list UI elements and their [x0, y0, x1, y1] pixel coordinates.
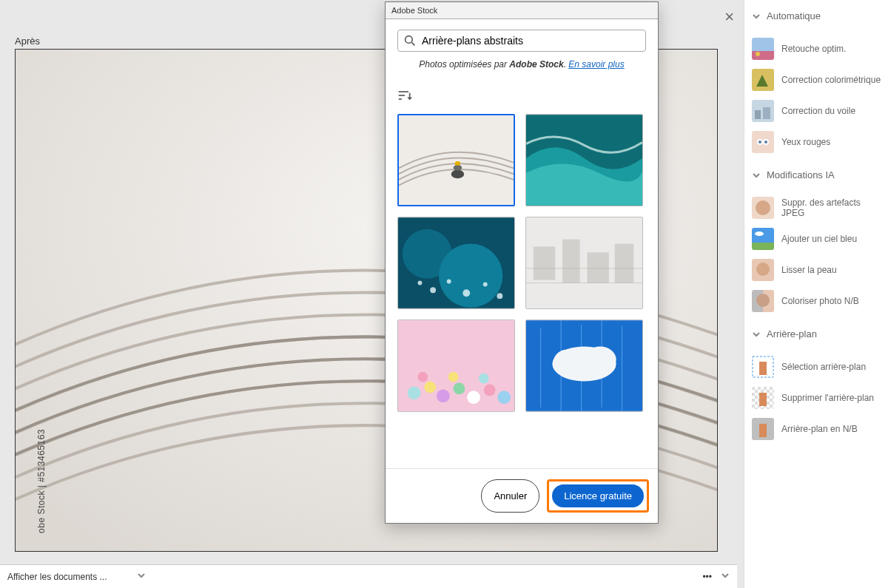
modal-actions: Annuler Licence gratuite	[386, 468, 658, 523]
rp-item-retouche[interactable]: Retouche optim.	[750, 33, 885, 64]
rp-item-remove-bg[interactable]: Supprimer l'arrière-plan	[750, 382, 885, 413]
svg-point-36	[448, 372, 459, 382]
svg-rect-24	[615, 243, 634, 283]
svg-rect-78	[759, 424, 767, 437]
chevron-down-icon	[752, 12, 761, 21]
svg-point-35	[417, 372, 428, 382]
svg-point-63	[755, 232, 764, 236]
section-bg[interactable]: Arrière-plan	[750, 324, 885, 344]
svg-point-30	[437, 389, 450, 402]
svg-point-15	[430, 287, 436, 293]
svg-point-34	[497, 391, 511, 404]
svg-rect-47	[752, 38, 774, 51]
svg-point-1	[406, 36, 413, 44]
svg-rect-23	[587, 252, 608, 283]
svg-rect-22	[562, 240, 580, 283]
close-icon[interactable]: ×	[724, 7, 734, 27]
chevron-down-icon[interactable]	[137, 571, 146, 582]
svg-point-37	[479, 374, 489, 384]
svg-rect-48	[752, 51, 774, 60]
rp-item-color[interactable]: Correction colorimétrique	[750, 64, 885, 95]
result-thumb[interactable]	[525, 217, 643, 309]
svg-point-49	[756, 52, 760, 56]
result-thumb[interactable]	[397, 217, 515, 309]
svg-point-57	[758, 141, 761, 143]
svg-line-2	[411, 42, 414, 45]
svg-rect-21	[534, 246, 555, 280]
svg-point-65	[756, 263, 770, 276]
svg-point-14	[417, 281, 422, 285]
svg-point-58	[764, 141, 767, 143]
stock-credit: Photos optimisées par Adobe Stock. En sa…	[397, 59, 646, 70]
chevron-down-icon[interactable]	[721, 571, 730, 582]
preview-label: Après	[15, 36, 40, 47]
search-icon	[404, 35, 416, 47]
search-input[interactable]	[422, 35, 639, 47]
result-thumb[interactable]	[525, 114, 643, 206]
svg-point-29	[424, 382, 436, 393]
rp-item-haze[interactable]: Correction du voile	[750, 95, 885, 126]
result-thumb[interactable]	[397, 114, 515, 206]
svg-rect-61	[752, 228, 774, 243]
documents-label[interactable]: Afficher les documents ...	[7, 572, 107, 582]
rp-item-skin[interactable]: Lisser la peau	[750, 254, 885, 285]
license-highlight: Licence gratuite	[547, 479, 649, 513]
svg-point-46	[585, 346, 616, 372]
right-panel: Automatique Retouche optim. Correction c…	[744, 0, 888, 588]
svg-point-33	[484, 385, 496, 396]
rp-item-redeye[interactable]: Yeux rouges	[750, 126, 885, 158]
svg-rect-62	[752, 243, 774, 250]
svg-point-31	[454, 383, 465, 395]
cancel-button[interactable]: Annuler	[481, 479, 539, 513]
svg-point-13	[439, 243, 502, 307]
result-thumb[interactable]	[525, 320, 643, 412]
chevron-down-icon	[752, 330, 761, 339]
search-field[interactable]	[397, 30, 646, 52]
stock-watermark: obe Stock | #513465163	[36, 429, 47, 533]
svg-point-16	[447, 280, 451, 284]
svg-rect-71	[759, 362, 767, 375]
svg-point-8	[454, 165, 462, 171]
svg-rect-53	[763, 107, 770, 119]
rp-item-jpeg[interactable]: Suppr. des artefacts JPEG	[750, 192, 885, 223]
adobe-stock-modal: Adobe Stock Photos optimisées par Adobe …	[385, 1, 659, 524]
more-icon[interactable]: •••	[702, 572, 712, 582]
result-thumb[interactable]	[397, 320, 515, 412]
svg-point-9	[455, 161, 461, 166]
svg-point-60	[756, 200, 770, 215]
svg-rect-52	[755, 110, 761, 119]
svg-rect-76	[759, 393, 767, 406]
svg-point-7	[451, 170, 464, 179]
svg-point-28	[408, 386, 421, 399]
section-ia[interactable]: Modifications IA	[750, 165, 885, 185]
section-auto[interactable]: Automatique	[750, 6, 885, 26]
documents-bar: Afficher les documents ... •••	[0, 564, 737, 588]
results-grid	[397, 114, 646, 412]
learn-more-link[interactable]: En savoir plus	[568, 59, 624, 70]
license-button[interactable]: Licence gratuite	[552, 484, 644, 507]
svg-point-32	[467, 391, 480, 404]
svg-point-45	[554, 349, 582, 372]
svg-point-18	[483, 283, 488, 287]
svg-point-17	[462, 289, 470, 297]
sort-button[interactable]	[397, 89, 646, 105]
sort-icon	[397, 89, 412, 102]
rp-item-colorize[interactable]: Coloriser photo N/B	[750, 285, 885, 317]
rp-item-sky[interactable]: Ajouter un ciel bleu	[750, 223, 885, 254]
svg-point-19	[497, 293, 502, 299]
rp-item-bw-bg[interactable]: Arrière-plan en N/B	[750, 413, 885, 445]
chevron-down-icon	[752, 171, 761, 180]
modal-title: Adobe Stock	[386, 2, 658, 19]
rp-item-select-bg[interactable]: Sélection arrière-plan	[750, 351, 885, 382]
svg-point-68	[756, 294, 770, 307]
